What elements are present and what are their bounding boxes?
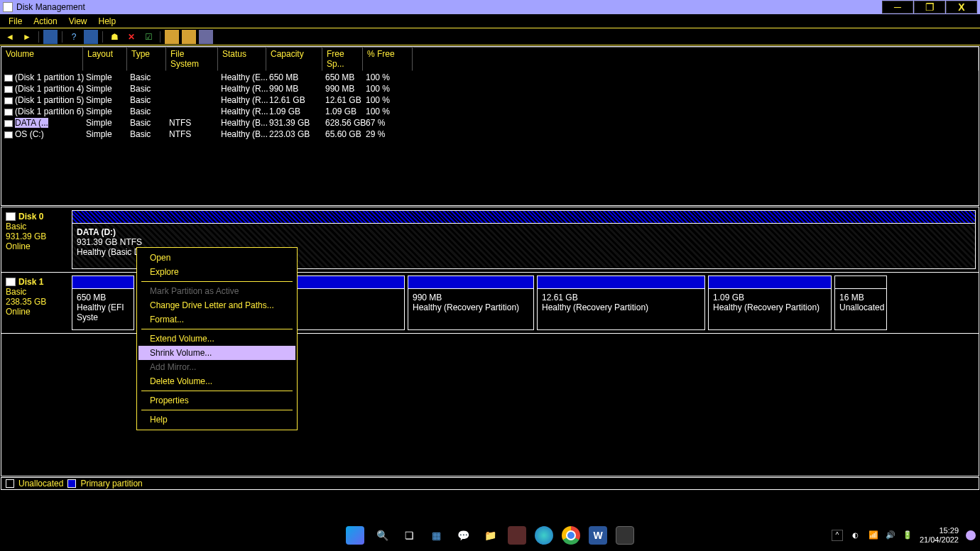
disk1-partition[interactable]: 990 MBHealthy (Recovery Partition) <box>408 276 534 330</box>
word-icon[interactable]: W <box>589 526 607 545</box>
volume-row[interactable]: (Disk 1 partition 6)SimpleBasicHealthy (… <box>1 106 979 117</box>
toolbar-icon-5[interactable] <box>182 30 196 44</box>
disk1-partition[interactable]: 12.61 GBHealthy (Recovery Partition) <box>537 276 705 330</box>
volume-row[interactable]: OS (C:)SimpleBasicNTFSHealthy (B...223.0… <box>1 129 979 140</box>
wifi-icon[interactable]: 📶 <box>869 530 878 540</box>
search-icon[interactable]: 🔍 <box>373 526 391 545</box>
disk-icon <box>6 212 16 221</box>
volume-icon <box>4 75 13 82</box>
file-explorer-icon[interactable]: 📁 <box>481 526 499 545</box>
chrome-icon[interactable] <box>562 526 580 545</box>
partition-stripe <box>408 276 533 289</box>
menu-file[interactable]: File <box>3 15 28 28</box>
toolbar-icon-1[interactable] <box>43 30 58 44</box>
window-title: Disk Management <box>16 2 85 12</box>
tray-overflow-icon[interactable]: ^ <box>832 530 843 541</box>
legend-swatch-unallocated <box>6 479 14 488</box>
chat-icon[interactable]: 💬 <box>454 526 472 545</box>
volume-list-pane: Volume Layout Type File System Status Ca… <box>1 46 979 206</box>
col-percent-free[interactable]: % Free <box>363 47 413 71</box>
ctx-change-letter[interactable]: Change Drive Letter and Paths... <box>138 298 295 312</box>
toolbar-icon-4[interactable] <box>165 30 179 44</box>
menu-action[interactable]: Action <box>28 15 62 28</box>
task-view-icon[interactable]: ❏ <box>400 526 418 545</box>
col-type[interactable]: Type <box>127 47 166 71</box>
toolbar-icon-2[interactable] <box>84 30 98 44</box>
app-icon-1[interactable] <box>508 526 526 545</box>
ctx-mark-active: Mark Partition as Active <box>138 284 295 298</box>
col-free-space[interactable]: Free Sp... <box>322 47 363 71</box>
edge-icon[interactable] <box>535 526 553 545</box>
disk1-partition[interactable]: 650 MBHealthy (EFI Syste <box>72 276 134 330</box>
back-button[interactable]: ◄ <box>3 30 17 44</box>
start-button[interactable] <box>346 526 364 545</box>
notification-icon[interactable] <box>966 530 976 540</box>
partition-stripe <box>538 276 704 289</box>
volume-icon <box>4 97 13 104</box>
partition-stripe <box>709 276 831 289</box>
ctx-help[interactable]: Help <box>138 413 295 427</box>
minimize-button[interactable]: ─ <box>882 1 913 13</box>
toolbar: ◄ ► ? ☗ ✕ ☑ <box>0 28 980 45</box>
volume-icon[interactable]: 🔊 <box>886 530 895 540</box>
partition-stripe <box>72 276 134 289</box>
col-volume[interactable]: Volume <box>1 47 83 71</box>
menu-view[interactable]: View <box>63 15 93 28</box>
ctx-shrink-volume[interactable]: Shrink Volume... <box>138 346 295 360</box>
context-menu: Open Explore Mark Partition as Active Ch… <box>136 247 298 430</box>
volume-icon <box>4 120 13 127</box>
partition-stripe <box>835 276 886 289</box>
menu-bar: File Action View Help <box>0 14 980 28</box>
col-file-system[interactable]: File System <box>166 47 218 71</box>
partition-stripe <box>72 211 975 224</box>
ctx-explore[interactable]: Explore <box>138 265 295 279</box>
disk-icon <box>6 278 16 286</box>
volume-icon <box>4 131 13 138</box>
disk1-partition[interactable]: 1.09 GBHealthy (Recovery Partition) <box>708 276 832 330</box>
app-icon <box>3 2 13 12</box>
help-icon[interactable]: ? <box>67 30 81 44</box>
menu-help[interactable]: Help <box>93 15 122 28</box>
title-bar: Disk Management ─ ❐ X <box>0 0 980 14</box>
clock[interactable]: 15:29 21/04/2022 <box>920 526 959 545</box>
col-capacity[interactable]: Capacity <box>266 47 322 71</box>
ctx-delete-volume[interactable]: Delete Volume... <box>138 374 295 388</box>
battery-icon[interactable]: 🔋 <box>903 530 913 540</box>
volume-icon <box>4 109 13 116</box>
ctx-extend-volume[interactable]: Extend Volume... <box>138 332 295 346</box>
disk1-label: Disk 1 Basic 238.35 GB Online <box>1 273 69 333</box>
delete-icon[interactable]: ✕ <box>124 30 138 44</box>
legend-swatch-primary <box>67 479 76 488</box>
ctx-add-mirror: Add Mirror... <box>138 360 295 374</box>
ctx-open[interactable]: Open <box>138 251 295 265</box>
unallocated-space[interactable]: 16 MBUnallocated <box>834 276 887 330</box>
disk-mgmt-taskbar-icon[interactable] <box>616 526 634 545</box>
check-icon[interactable]: ☑ <box>141 30 156 44</box>
volume-row[interactable]: (Disk 1 partition 5)SimpleBasicHealthy (… <box>1 94 979 106</box>
system-tray: ^ ◐ 📶 🔊 🔋 15:29 21/04/2022 <box>832 526 976 545</box>
maximize-button[interactable]: ❐ <box>914 1 945 13</box>
toolbar-icon-3[interactable]: ☗ <box>107 30 121 44</box>
ctx-format[interactable]: Format... <box>138 312 295 327</box>
volume-row[interactable]: (Disk 1 partition 4)SimpleBasicHealthy (… <box>1 83 979 94</box>
taskbar: 🔍 ❏ ▦ 💬 📁 W ^ ◐ 📶 🔊 🔋 15:29 21/04/2022 <box>0 519 980 551</box>
volume-rows: (Disk 1 partition 1)SimpleBasicHealthy (… <box>1 72 979 205</box>
volume-icon <box>4 86 13 93</box>
taskbar-center-apps: 🔍 ❏ ▦ 💬 📁 W <box>346 526 634 545</box>
col-layout[interactable]: Layout <box>83 47 127 71</box>
col-spacer <box>413 47 979 71</box>
close-button[interactable]: X <box>946 1 977 13</box>
forward-button[interactable]: ► <box>20 30 34 44</box>
tray-icon-1[interactable]: ◐ <box>850 530 861 541</box>
toolbar-icon-6[interactable] <box>199 30 213 44</box>
disk0-label: Disk 0 Basic 931.39 GB Online <box>1 207 69 272</box>
volume-row[interactable]: (Disk 1 partition 1)SimpleBasicHealthy (… <box>1 72 979 83</box>
legend: Unallocated Primary partition <box>1 477 979 490</box>
volume-list-header: Volume Layout Type File System Status Ca… <box>1 47 979 72</box>
widgets-icon[interactable]: ▦ <box>427 526 445 545</box>
volume-row[interactable]: DATA (...SimpleBasicNTFSHealthy (B...931… <box>1 117 979 129</box>
ctx-properties[interactable]: Properties <box>138 393 295 408</box>
col-status[interactable]: Status <box>218 47 266 71</box>
